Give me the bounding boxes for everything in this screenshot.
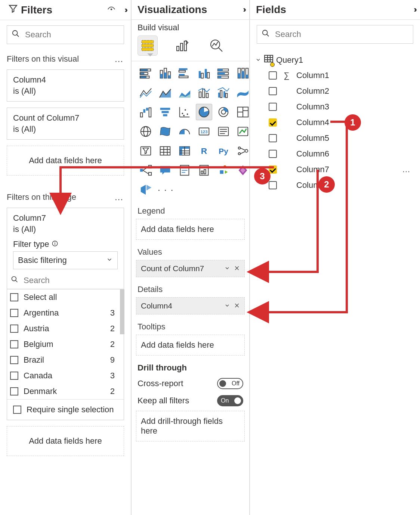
gauge-icon[interactable] <box>176 123 193 140</box>
drillthrough-well[interactable]: Add drill-through fields here <box>136 411 245 441</box>
cross-report-toggle[interactable]: Off <box>217 378 243 389</box>
filter-card-count-column7[interactable]: Count of Column7 is (All) <box>7 108 124 140</box>
visual-filters-dropzone[interactable]: Add data fields here <box>7 146 124 176</box>
donut-chart-icon[interactable] <box>215 104 232 120</box>
more-visuals-icon[interactable]: · · · <box>158 184 174 195</box>
field-checkbox[interactable] <box>269 118 277 127</box>
kpi-icon[interactable] <box>235 123 251 140</box>
collapse-icon[interactable]: ›› <box>414 5 415 15</box>
more-icon[interactable]: … <box>114 54 124 64</box>
collapse-icon[interactable]: ›› <box>124 5 126 15</box>
filter-type-select[interactable]: Basic filtering <box>13 251 118 269</box>
paginated-report-icon[interactable] <box>196 162 212 179</box>
ribbon-chart-icon[interactable] <box>235 84 251 101</box>
require-single-checkbox[interactable] <box>13 406 21 414</box>
build-visual-tab[interactable] <box>138 35 158 56</box>
key-influencers-icon[interactable] <box>235 143 251 159</box>
field-row[interactable]: ∑ Column1 <box>254 68 416 83</box>
filter-option[interactable]: Belgium 2 <box>7 336 124 352</box>
page-filter-card-column7[interactable]: Column7 is (All) Filter type Basic filte… <box>7 208 124 420</box>
field-checkbox[interactable] <box>269 71 277 80</box>
field-checkbox[interactable] <box>269 181 277 189</box>
fields-search-input[interactable] <box>274 29 408 40</box>
field-checkbox[interactable] <box>269 150 277 158</box>
r-visual-icon[interactable]: R <box>196 143 212 159</box>
format-visual-tab[interactable] <box>172 35 192 56</box>
clustered-column-icon[interactable] <box>196 65 212 81</box>
hundred-stacked-column-icon[interactable] <box>235 65 251 81</box>
eye-icon[interactable] <box>106 4 116 16</box>
filter-values-search[interactable] <box>7 272 124 289</box>
remove-icon[interactable] <box>234 302 240 310</box>
field-row[interactable]: Column3 <box>254 99 416 115</box>
pie-chart-icon[interactable] <box>196 104 212 120</box>
more-icon[interactable]: … <box>402 165 415 174</box>
checkbox[interactable] <box>10 340 18 348</box>
values-well-pill[interactable]: Count of Column7 <box>136 260 245 277</box>
line-stacked-column-icon[interactable] <box>196 84 212 101</box>
filter-option[interactable]: Canada 3 <box>7 368 124 384</box>
field-checkbox[interactable] <box>269 87 277 95</box>
field-checkbox[interactable] <box>269 165 277 174</box>
filter-option[interactable]: Argentina 3 <box>7 305 124 321</box>
more-icon[interactable]: … <box>114 192 124 202</box>
fields-search[interactable] <box>257 25 413 44</box>
checkbox[interactable] <box>10 293 18 301</box>
chevron-down-icon[interactable] <box>224 264 230 273</box>
line-clustered-column-icon[interactable] <box>215 84 232 101</box>
filters-search[interactable] <box>7 25 124 44</box>
scatter-chart-icon[interactable] <box>176 104 193 120</box>
treemap-icon[interactable] <box>235 104 251 120</box>
scrollbar[interactable] <box>120 289 124 334</box>
filter-option[interactable]: Brazil 9 <box>7 352 124 368</box>
analytics-tab[interactable] <box>206 35 226 56</box>
clustered-bar-icon[interactable] <box>176 65 193 81</box>
decomposition-tree-icon[interactable] <box>138 162 154 179</box>
stacked-bar-icon[interactable] <box>138 65 154 81</box>
checkbox[interactable] <box>10 387 18 395</box>
remove-icon[interactable] <box>234 264 240 273</box>
details-well-pill[interactable]: Column4 <box>136 297 245 314</box>
slicer-icon[interactable] <box>138 143 154 159</box>
table-node[interactable]: Query1 <box>254 53 416 68</box>
tooltips-well[interactable]: Add data fields here <box>136 335 245 356</box>
checkbox[interactable] <box>10 309 18 317</box>
field-row[interactable]: Column7 … <box>254 162 416 177</box>
filter-values-search-input[interactable] <box>23 275 120 286</box>
area-chart-icon[interactable] <box>157 84 173 101</box>
waterfall-icon[interactable] <box>138 104 154 120</box>
map-icon[interactable] <box>138 123 154 140</box>
filter-option[interactable]: Select all <box>7 289 124 305</box>
checkbox[interactable] <box>10 356 18 364</box>
python-visual-icon[interactable]: Py <box>215 143 232 159</box>
info-icon[interactable] <box>52 239 58 249</box>
power-automate-icon[interactable] <box>215 162 232 179</box>
table-icon[interactable] <box>157 143 173 159</box>
multirow-card-icon[interactable] <box>215 123 232 140</box>
filter-option[interactable]: Denmark 2 <box>7 384 124 399</box>
card-icon[interactable]: 123 <box>196 123 212 140</box>
page-filters-dropzone[interactable]: Add data fields here <box>7 426 124 456</box>
filled-map-icon[interactable] <box>157 123 173 140</box>
field-row[interactable]: Column5 <box>254 130 416 146</box>
qna-icon[interactable] <box>157 162 173 179</box>
hundred-stacked-bar-icon[interactable] <box>215 65 232 81</box>
get-more-visuals-icon[interactable] <box>138 182 154 198</box>
smart-narrative-icon[interactable] <box>176 162 193 179</box>
filter-option[interactable]: Austria 2 <box>7 321 124 336</box>
matrix-icon[interactable] <box>176 143 193 159</box>
stacked-area-icon[interactable] <box>176 84 193 101</box>
legend-well[interactable]: Add data fields here <box>136 219 245 240</box>
field-row[interactable]: Column6 <box>254 146 416 162</box>
field-row[interactable]: Column2 <box>254 83 416 99</box>
checkbox[interactable] <box>10 372 18 380</box>
field-row[interactable]: Column4 <box>254 115 416 130</box>
filter-card-column4[interactable]: Column4 is (All) <box>7 69 124 102</box>
field-checkbox[interactable] <box>269 103 277 111</box>
line-chart-icon[interactable] <box>138 84 154 101</box>
stacked-column-icon[interactable] <box>157 65 173 81</box>
field-checkbox[interactable] <box>269 134 277 142</box>
checkbox[interactable] <box>10 325 18 333</box>
field-row[interactable]: Column8 <box>254 177 416 193</box>
filters-search-input[interactable] <box>24 30 119 40</box>
